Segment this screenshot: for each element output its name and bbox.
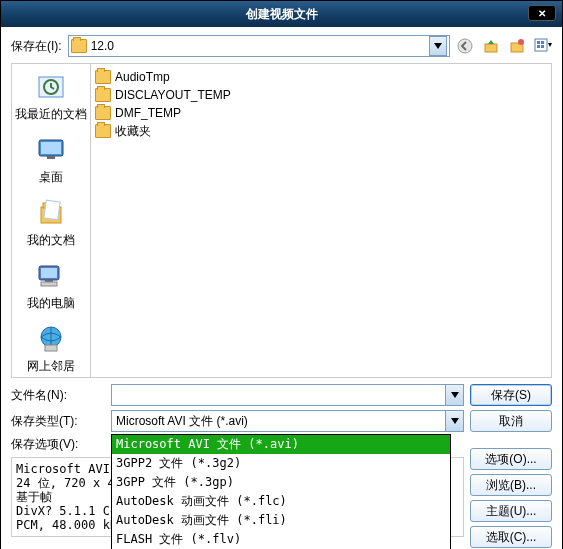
subject-button[interactable]: 主题(U)... [470, 500, 552, 522]
up-icon[interactable] [482, 37, 500, 55]
close-button[interactable]: ✕ [528, 5, 556, 21]
folder-name: 收藏夹 [115, 123, 151, 140]
chevron-down-icon[interactable] [445, 385, 463, 405]
cancel-button[interactable]: 取消 [470, 410, 552, 432]
folder-icon [95, 70, 111, 84]
folder-entry[interactable]: DMF_TEMP [95, 104, 547, 122]
places-sidebar: 我最近的文档 桌面 我的文档 我的电脑 网上邻居 [11, 63, 91, 378]
svg-rect-6 [541, 41, 544, 44]
options-button[interactable]: 选项(O)... [470, 448, 552, 470]
select-button[interactable]: 选取(C)... [470, 526, 552, 548]
svg-rect-16 [44, 200, 60, 220]
folder-name: AudioTmp [115, 70, 170, 84]
new-folder-icon[interactable] [508, 37, 526, 55]
button-panel: 保存(S) 取消 选项(O)... 浏览(B)... 主题(U)... 选取(C… [470, 384, 552, 548]
folder-icon [95, 124, 111, 138]
svg-rect-12 [41, 142, 61, 154]
filetype-option[interactable]: AutoDesk 动画文件 (*.flc) [112, 492, 450, 511]
browse-button[interactable]: 浏览(B)... [470, 474, 552, 496]
folder-icon [95, 106, 111, 120]
filetype-option[interactable]: Microsoft AVI 文件 (*.avi) [112, 435, 450, 454]
svg-rect-13 [47, 156, 55, 159]
filetype-option[interactable]: 3GPP2 文件 (*.3g2) [112, 454, 450, 473]
folder-entry[interactable]: AudioTmp [95, 68, 547, 86]
sidebar-item-label: 桌面 [39, 169, 63, 186]
filetype-dropdown[interactable]: Microsoft AVI 文件 (*.avi)3GPP2 文件 (*.3g2)… [111, 434, 451, 549]
sidebar-item-computer[interactable]: 我的电脑 [27, 259, 75, 312]
sidebar-item-label: 我最近的文档 [15, 106, 87, 123]
folder-name: DISCLAYOUT_TEMP [115, 88, 231, 102]
sidebar-item-documents[interactable]: 我的文档 [27, 196, 75, 249]
sidebar-item-label: 我的电脑 [27, 295, 75, 312]
svg-rect-22 [45, 345, 57, 351]
svg-point-0 [458, 39, 472, 53]
sidebar-item-label: 网上邻居 [27, 358, 75, 375]
svg-rect-20 [41, 282, 57, 286]
svg-rect-5 [537, 41, 540, 44]
filetype-option[interactable]: 3GPP 文件 (*.3gp) [112, 473, 450, 492]
folder-name: DMF_TEMP [115, 106, 181, 120]
savein-label: 保存在(I): [11, 38, 62, 55]
filetype-label: 保存类型(T): [11, 413, 105, 430]
chevron-down-icon[interactable] [429, 36, 447, 56]
folder-entry[interactable]: DISCLAYOUT_TEMP [95, 86, 547, 104]
filetype-option[interactable]: FLASH 文件 (*.flv) [112, 530, 450, 549]
titlebar: 创建视频文件 ✕ [1, 1, 562, 27]
file-list[interactable]: AudioTmp DISCLAYOUT_TEMP DMF_TEMP 收藏夹 [91, 63, 552, 378]
folder-icon [71, 39, 87, 53]
folder-entry[interactable]: 收藏夹 [95, 122, 547, 140]
sidebar-item-desktop[interactable]: 桌面 [34, 133, 68, 186]
savein-value: 12.0 [91, 39, 429, 53]
svg-rect-1 [485, 44, 497, 52]
back-icon[interactable] [456, 37, 474, 55]
filename-label: 文件名(N): [11, 387, 105, 404]
svg-rect-8 [541, 45, 544, 48]
sidebar-item-label: 我的文档 [27, 232, 75, 249]
nav-toolbar [456, 37, 552, 55]
svg-rect-7 [537, 45, 540, 48]
sidebar-item-recent[interactable]: 我最近的文档 [15, 70, 87, 123]
dialog-title: 创建视频文件 [246, 6, 318, 23]
view-icon[interactable] [534, 37, 552, 55]
savein-combo[interactable]: 12.0 [68, 35, 450, 57]
saveoptions-label: 保存选项(V): [11, 436, 105, 453]
save-file-dialog: 创建视频文件 ✕ 保存在(I): 12.0 我最近的文档 [0, 0, 563, 549]
svg-point-3 [518, 39, 524, 45]
filename-input[interactable] [111, 384, 464, 406]
svg-rect-18 [41, 268, 57, 278]
filetype-option[interactable]: AutoDesk 动画文件 (*.fli) [112, 511, 450, 530]
folder-icon [95, 88, 111, 102]
filetype-value: Microsoft AVI 文件 (*.avi) [112, 413, 445, 430]
chevron-down-icon[interactable] [445, 411, 463, 431]
save-button[interactable]: 保存(S) [470, 384, 552, 406]
sidebar-item-network[interactable]: 网上邻居 [27, 322, 75, 375]
filetype-combo[interactable]: Microsoft AVI 文件 (*.avi) [111, 410, 464, 432]
